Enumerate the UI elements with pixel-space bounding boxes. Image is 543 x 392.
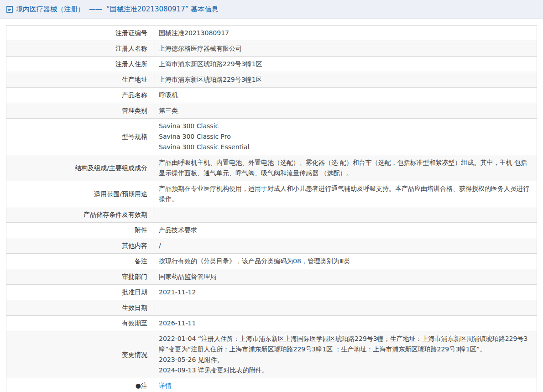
table-row: 审批部门国家药品监督管理局 xyxy=(6,269,537,285)
header-category: 境内医疗器械（注册） xyxy=(16,5,84,14)
table-row: 批准日期2021-11-12 xyxy=(6,285,537,300)
row-label: 产品名称 xyxy=(6,88,153,103)
row-label: 适用范围/预期用途 xyxy=(6,181,153,207)
row-label: 备注 xyxy=(6,254,153,269)
table-row: ●注详情 xyxy=(6,378,537,392)
row-value: 第三类 xyxy=(153,103,537,119)
row-label: 注册人住所 xyxy=(6,57,153,72)
row-label: 附件 xyxy=(6,223,153,238)
registration-info-table: 注册证编号国械注准20213080917注册人名称上海德尔格医疗器械有限公司注册… xyxy=(6,25,537,392)
row-value: Savina 300 Classic Savina 300 Classic Pr… xyxy=(153,119,537,155)
row-label: 生效日期 xyxy=(6,300,153,316)
table-row: 附件产品技术要求 xyxy=(6,223,537,238)
row-value xyxy=(153,207,537,223)
table-row: 结构及组成/主要组成成分产品由呼吸机主机、内置电池、外置电池（选配）、雾化器（选… xyxy=(6,155,537,181)
table-row: 注册证编号国械注准20213080917 xyxy=(6,26,537,41)
table-body: 注册证编号国械注准20213080917注册人名称上海德尔格医疗器械有限公司注册… xyxy=(6,26,537,392)
table-row: 产品名称呼吸机 xyxy=(6,88,537,103)
row-value: 呼吸机 xyxy=(153,88,537,103)
row-value: 产品由呼吸机主机、内置电池、外置电池（选配）、雾化器（选 配）和台车（选配，包括… xyxy=(153,155,537,181)
info-table-container: 注册证编号国械注准20213080917注册人名称上海德尔格医疗器械有限公司注册… xyxy=(6,25,537,392)
row-value: 详情 xyxy=(153,378,537,392)
table-row: 注册人名称上海德尔格医疗器械有限公司 xyxy=(6,41,537,57)
table-row: 变更情况2022-01-04 “注册人住所：上海市浦东新区上海国际医学园区琥珀路… xyxy=(6,331,537,378)
table-row: 有效期至2026-11-11 xyxy=(6,316,537,331)
table-row: 生效日期 xyxy=(6,300,537,316)
row-label: 产品储存条件及有效期 xyxy=(6,207,153,223)
row-value: 上海市浦东新区琥珀路229号3幢1区 xyxy=(153,72,537,88)
row-label: 型号规格 xyxy=(6,119,153,155)
row-value: / xyxy=(153,238,537,254)
row-label: 注册人名称 xyxy=(6,41,153,57)
row-label: 管理类别 xyxy=(6,103,153,119)
row-value: 上海德尔格医疗器械有限公司 xyxy=(153,41,537,57)
row-value xyxy=(153,300,537,316)
table-row: 适用范围/预期用途产品预期在专业医疗机构使用，适用于对成人和小儿患者进行通气辅助… xyxy=(6,181,537,207)
document-icon xyxy=(6,6,13,13)
row-label: 审批部门 xyxy=(6,269,153,285)
page-title: “国械注准20213080917” 基本信息 xyxy=(106,5,218,14)
row-label: 注册证编号 xyxy=(6,26,153,41)
row-value: 产品技术要求 xyxy=(153,223,537,238)
table-row: 生产地址上海市浦东新区琥珀路229号3幢1区 xyxy=(6,72,537,88)
row-label: 变更情况 xyxy=(6,331,153,378)
row-label: ●注 xyxy=(6,378,153,392)
header-separator: —— xyxy=(89,5,102,13)
row-value: 2021-11-12 xyxy=(153,285,537,300)
row-label: 批准日期 xyxy=(6,285,153,300)
row-label: 有效期至 xyxy=(6,316,153,331)
table-row: 型号规格Savina 300 Classic Savina 300 Classi… xyxy=(6,119,537,155)
row-value: 2026-11-11 xyxy=(153,316,537,331)
table-row: 注册人住所上海市浦东新区琥珀路229号3幢1区 xyxy=(6,57,537,72)
row-value: 国械注准20213080917 xyxy=(153,26,537,41)
row-label: 结构及组成/主要组成成分 xyxy=(6,155,153,181)
table-row: 产品储存条件及有效期 xyxy=(6,207,537,223)
table-row: 管理类别第三类 xyxy=(6,103,537,119)
row-label: 其他内容 xyxy=(6,238,153,254)
detail-link[interactable]: 详情 xyxy=(159,382,172,389)
row-value: 国家药品监督管理局 xyxy=(153,269,537,285)
table-row: 其他内容/ xyxy=(6,238,537,254)
row-value: 按现行有效的《分类目录》，该产品分类编码为08，管理类别为Ⅲ类 xyxy=(153,254,537,269)
page-header: 境内医疗器械（注册） —— “国械注准20213080917” 基本信息 xyxy=(0,0,543,19)
row-value: 2022-01-04 “注册人住所：上海市浦东新区上海国际医学园区琥珀路229号… xyxy=(153,331,537,378)
row-value: 产品预期在专业医疗机构使用，适用于对成人和小儿患者进行通气辅助及呼吸支持。本产品… xyxy=(153,181,537,207)
row-value: 上海市浦东新区琥珀路229号3幢1区 xyxy=(153,57,537,72)
table-row: 备注按现行有效的《分类目录》，该产品分类编码为08，管理类别为Ⅲ类 xyxy=(6,254,537,269)
row-label: 生产地址 xyxy=(6,72,153,88)
